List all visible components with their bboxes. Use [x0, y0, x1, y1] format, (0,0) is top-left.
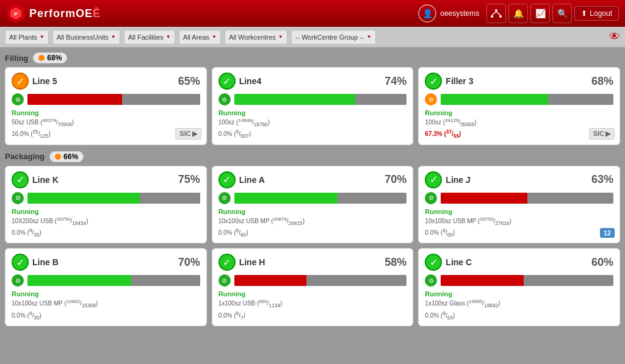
- oee-dot-packaging: [55, 154, 61, 160]
- plants-filter[interactable]: All Plants ▼: [5, 30, 49, 45]
- workcentre-group-filter[interactable]: -- WorkCentre Group -- ▼: [291, 30, 376, 45]
- card-info2-lineJ: 0.0% (9/60): [425, 227, 613, 238]
- chart-icon[interactable]: 📈: [530, 4, 550, 23]
- card-lineB: ✓Line B70%⚙Running10x100sz USB MP (10802…: [5, 248, 207, 326]
- card-lineH: ✓Line H58%⚙Running1x100sz USB (660/1134)…: [212, 248, 414, 326]
- section-packaging: Packaging66%✓Line K75%⚙Running10X200sz U…: [5, 151, 620, 326]
- status-icon-lineH: ✓: [219, 254, 236, 271]
- status-text-line5: Running: [12, 109, 200, 116]
- card-title-filler3: Filler 3: [446, 76, 588, 86]
- search-icon[interactable]: 🔍: [552, 4, 572, 23]
- gear-icon-lineB: ⚙: [12, 274, 24, 287]
- main-content: Filling68%✓Line 565%⚙Running50sz USB (46…: [0, 48, 625, 364]
- status-text-lineB: Running: [12, 290, 200, 298]
- status-text-filler3: Running: [425, 109, 613, 116]
- card-info1-line4: 100sz (14648/19760): [219, 118, 407, 127]
- card-lineK: ✓Line K75%⚙Running10X200sz USB (20750/19…: [5, 166, 207, 244]
- card-info1-lineB: 10x100sz USB MP (10802/15308): [12, 299, 200, 309]
- logout-label: Logout: [590, 9, 612, 18]
- card-info1-lineK: 10X200sz USB (20750/19434): [12, 216, 200, 226]
- section-header-packaging: Packaging66%: [5, 151, 620, 162]
- gear-icon-lineC: ⚙: [425, 274, 437, 287]
- card-lineC: ✓Line C60%⚙Running1x100sz Glass (13965/1…: [418, 248, 620, 326]
- status-icon-lineJ: ✓: [425, 171, 442, 188]
- bell-icon[interactable]: 🔔: [508, 4, 528, 23]
- visibility-icon[interactable]: 👁: [609, 30, 620, 43]
- logo-area: P PerformOEĒ: [6, 4, 413, 23]
- card-info2-lineC: 0.0% (9/53): [425, 310, 613, 321]
- areas-filter[interactable]: All Areas ▼: [179, 30, 221, 45]
- business-units-filter[interactable]: All BusinessUnits ▼: [52, 30, 120, 45]
- progress-bar-fill-line4: [234, 94, 355, 105]
- status-icon-lineK: ✓: [12, 171, 29, 188]
- card-info1-lineC: 1x100sz Glass (13965/18842): [425, 299, 613, 309]
- gear-icon-lineH: ⚙: [219, 274, 231, 287]
- status-text-lineJ: Running: [425, 208, 613, 215]
- badge-lineJ: 12: [600, 228, 615, 238]
- progress-row-lineC: ⚙: [425, 274, 613, 287]
- card-title-line4: Line4: [239, 76, 381, 86]
- workcentre-group-filter-label: -- WorkCentre Group --: [295, 34, 364, 41]
- card-info1-lineH: 1x100sz USB (660/1134): [219, 299, 407, 309]
- section-filling: Filling68%✓Line 565%⚙Running50sz USB (46…: [5, 52, 620, 145]
- areas-filter-label: All Areas: [183, 34, 209, 41]
- username: oeesystems: [440, 9, 479, 18]
- workcentres-arrow-icon: ▼: [278, 34, 283, 40]
- status-icon-line4: ✓: [219, 73, 236, 90]
- plants-filter-label: All Plants: [9, 34, 37, 41]
- svg-point-4: [499, 15, 502, 18]
- progress-row-lineJ: ⚙: [425, 192, 613, 204]
- card-info2-lineA: 0.0% (9/60): [219, 227, 407, 238]
- svg-point-3: [491, 15, 493, 18]
- oee-badge-filling: 68%: [33, 52, 67, 63]
- card-percent-lineK: 75%: [178, 173, 200, 186]
- oee-value-filling: 68%: [47, 54, 62, 62]
- plants-arrow-icon: ▼: [40, 34, 45, 40]
- workcentres-filter[interactable]: All Workcentres ▼: [225, 30, 287, 45]
- progress-row-lineH: ⚙: [219, 274, 407, 287]
- logout-button[interactable]: ⬆ Logout: [574, 6, 619, 21]
- business-units-arrow-icon: ▼: [111, 34, 116, 40]
- status-icon-line5: ✓: [12, 73, 29, 90]
- progress-bar-fill-lineJ: [441, 193, 527, 204]
- card-percent-lineB: 70%: [178, 256, 200, 269]
- card-filler3: ✓Filler 368%⚙Running100sz (24129/35655)6…: [418, 67, 620, 145]
- sic-button-line5[interactable]: SIC▶: [175, 128, 201, 140]
- card-line4: ✓Line474%⚙Running100sz (14648/19760)0.0%…: [212, 67, 414, 145]
- progress-bar-line4: [234, 94, 407, 105]
- cards-grid-packaging: ✓Line K75%⚙Running10X200sz USB (20750/19…: [5, 166, 620, 326]
- gear-icon-lineJ: ⚙: [425, 192, 437, 204]
- section-title-filling: Filling: [5, 54, 28, 63]
- sic-button-filler3[interactable]: SIC▶: [589, 128, 615, 140]
- network-icon[interactable]: [486, 4, 506, 23]
- progress-bar-fill-lineC: [441, 275, 524, 286]
- status-text-lineA: Running: [219, 208, 407, 215]
- card-info2-lineK: 0.0% (9/35): [12, 227, 200, 238]
- progress-bar-fill-lineB: [27, 275, 131, 286]
- progress-bar-lineJ: [441, 193, 613, 204]
- section-title-packaging: Packaging: [5, 152, 45, 161]
- user-avatar-icon: 👤: [418, 4, 436, 23]
- status-text-line4: Running: [219, 109, 407, 116]
- progress-bar-lineB: [27, 275, 200, 286]
- card-info2-line4: 0.0% (9/597): [219, 129, 407, 139]
- sic-arrow-icon: ▶: [192, 130, 197, 138]
- card-info2-line5: 16.0% (25/125): [12, 129, 200, 139]
- card-lineA: ✓Line A70%⚙Running10x100sz USB MP (20879…: [212, 166, 414, 244]
- progress-bar-fill-lineH: [234, 275, 307, 286]
- gear-icon-lineA: ⚙: [219, 192, 231, 204]
- progress-bar-fill-lineK: [27, 193, 140, 204]
- card-title-lineA: Line A: [239, 175, 381, 185]
- card-title-lineJ: Line J: [446, 175, 588, 185]
- workcentres-filter-label: All Workcentres: [229, 34, 276, 41]
- status-icon-lineA: ✓: [219, 171, 236, 188]
- facilities-filter[interactable]: All Facilities ▼: [124, 30, 175, 45]
- progress-row-lineK: ⚙: [12, 192, 200, 204]
- gear-icon-line4: ⚙: [219, 93, 231, 105]
- business-units-filter-label: All BusinessUnits: [57, 34, 109, 41]
- card-percent-lineJ: 63%: [591, 173, 613, 186]
- workcentre-group-arrow-icon: ▼: [367, 34, 372, 40]
- card-percent-lineA: 70%: [385, 173, 406, 186]
- header: P PerformOEĒ 👤 oeesystems 🔔 📈 🔍 ⬆ Logout: [0, 0, 625, 27]
- progress-row-filler3: ⚙: [425, 93, 613, 105]
